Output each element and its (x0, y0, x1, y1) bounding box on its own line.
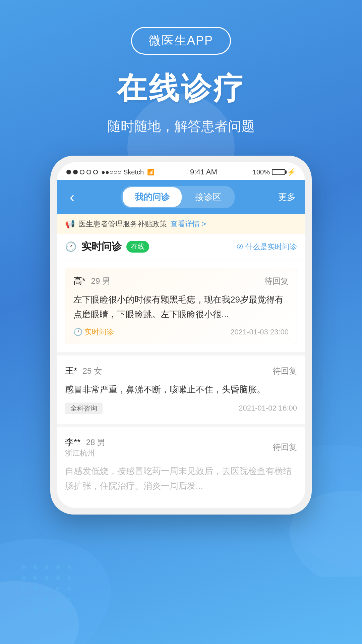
dot-14 (56, 587, 60, 591)
sub-title: 随时随地，解答患者问题 (0, 117, 362, 136)
dot-8 (45, 576, 49, 580)
nav-bar: ‹ 我的问诊 接诊区 更多 (57, 180, 305, 214)
patient-row-3: 李** 28 男 浙江杭州 待回复 (65, 436, 297, 458)
tag-realtime-text: 实时问诊 (84, 327, 114, 337)
notice-banner: 📢 医生患者管理服务补贴政策 查看详情 > (57, 214, 305, 234)
patient-age-3: 28 男 (86, 438, 105, 447)
consult-card-1[interactable]: 高* 29 男 待回复 左下眼睑很小的时候有颗黑毛痣，现在我29岁最觉得有点磨眼… (57, 260, 305, 352)
card-highlight-1: 高* 29 男 待回复 左下眼睑很小的时候有颗黑毛痣，现在我29岁最觉得有点磨眼… (65, 268, 297, 344)
consult-card-2[interactable]: 王* 25 女 待回复 感冒非常严重，鼻涕不断，咳嗽止不住，头昏脑胀。 全科咨询… (57, 352, 305, 423)
dot-25 (67, 608, 71, 612)
signal-dot-4 (86, 170, 91, 174)
notice-text: 医生患者管理服务补贴政策 (78, 219, 167, 229)
signal-dot-2 (73, 170, 78, 174)
dot-5 (67, 565, 71, 569)
dot-11 (22, 587, 26, 591)
status-badge-1: 待回复 (264, 276, 289, 286)
dot-22 (33, 608, 37, 612)
signal-dot-1 (66, 170, 71, 174)
back-button[interactable]: ‹ (66, 189, 78, 205)
nav-tabs: 我的问诊 接诊区 (121, 186, 235, 208)
dot-23 (45, 608, 49, 612)
status-bar: ●●○○○ Sketch 📶 9:41 AM 100% ⚡ (57, 162, 305, 180)
help-icon: ② (237, 243, 243, 251)
patient-age-2: 25 女 (83, 366, 102, 375)
card-time-1: 2021-01-03 23:00 (230, 328, 289, 336)
tag-realtime-1: 🕐 实时问诊 (73, 327, 114, 337)
section-header: 🕐 实时问诊 在线 ② 什么是实时问诊 (57, 234, 305, 260)
dot-6 (22, 576, 26, 580)
status-badge-2: 待回复 (273, 366, 297, 376)
tab-my-consult[interactable]: 我的问诊 (123, 187, 182, 207)
dot-13 (45, 587, 49, 591)
patient-row-2: 王* 25 女 待回复 (65, 365, 297, 377)
dot-7 (33, 576, 37, 580)
dot-9 (56, 576, 60, 580)
patient-name-location: 李** 28 男 (65, 436, 105, 448)
section-help[interactable]: ② 什么是实时问诊 (237, 242, 297, 252)
dot-16 (22, 597, 26, 601)
realtime-clock-icon: 🕐 (65, 241, 77, 252)
dot-17 (33, 597, 37, 601)
more-button[interactable]: 更多 (278, 191, 296, 203)
card-content-2: 感冒非常严重，鼻涕不断，咳嗽止不住，头昏脑胀。 (65, 382, 297, 397)
patient-name-2: 王* (65, 366, 77, 376)
app-badge: 微医生APP (131, 27, 231, 55)
dot-15 (67, 587, 71, 591)
online-badge: 在线 (126, 241, 149, 253)
status-badge-3: 待回复 (273, 442, 297, 452)
dot-18 (45, 597, 49, 601)
section-title: 实时问诊 (81, 240, 122, 254)
dot-24 (56, 608, 60, 612)
dot-20 (67, 597, 71, 601)
patient-name-3: 李** (65, 437, 80, 447)
section-title-left: 🕐 实时问诊 在线 (65, 240, 149, 254)
help-text: 什么是实时问诊 (245, 242, 297, 252)
tag-clock-icon: 🕐 (73, 328, 82, 336)
dot-19 (56, 597, 60, 601)
battery-bar (272, 169, 285, 175)
signal-dot-5 (93, 170, 98, 174)
dot-1 (22, 565, 26, 569)
card-content-3: 自感发低烧，按感冒吃药一周未见效后，去医院检查有横结肠扩张，住院治疗。消炎一周后… (65, 464, 297, 493)
patient-age-1: 29 男 (91, 276, 110, 285)
clock-display: 9:41 AM (190, 168, 217, 176)
tag-general-2: 全科咨询 (65, 402, 103, 414)
notice-link[interactable]: 查看详情 > (170, 219, 206, 229)
dot-12 (33, 587, 37, 591)
lightning-icon: ⚡ (287, 168, 296, 176)
status-right: 100% ⚡ (253, 168, 296, 176)
notice-icon: 📢 (65, 219, 75, 229)
dot-2 (33, 565, 37, 569)
dot-10 (67, 576, 71, 580)
consult-card-3[interactable]: 李** 28 男 浙江杭州 待回复 自感发低烧，按感冒吃药一周未见效后，去医院检… (57, 424, 305, 508)
dots-grid (20, 564, 74, 614)
phone-inner: ●●○○○ Sketch 📶 9:41 AM 100% ⚡ ‹ 我的问诊 接诊区… (57, 162, 305, 508)
phone-mockup: ●●○○○ Sketch 📶 9:41 AM 100% ⚡ ‹ 我的问诊 接诊区… (50, 156, 312, 515)
tab-reception[interactable]: 接诊区 (183, 187, 233, 207)
signal-dot-3 (80, 170, 84, 174)
dot-3 (45, 565, 49, 569)
dot-4 (56, 565, 60, 569)
patient-info-3: 李** 28 男 浙江杭州 (65, 436, 105, 458)
carrier-name: ●●○○○ Sketch (101, 168, 144, 176)
card-time-2: 2021-01-02 16:00 (239, 404, 297, 413)
main-title: 在线诊疗 (0, 68, 362, 109)
card-content-1: 左下眼睑很小的时候有颗黑毛痣，现在我29岁最觉得有点磨眼睛，下眼睑跳。左下眼睑很… (73, 292, 289, 322)
patient-row-1: 高* 29 男 待回复 (73, 275, 289, 287)
patient-location-3: 浙江杭州 (65, 448, 105, 458)
wifi-icon: 📶 (147, 168, 155, 176)
card-footer-2: 全科咨询 2021-01-02 16:00 (65, 402, 297, 414)
patient-info-2: 王* 25 女 (65, 365, 102, 377)
dot-21 (22, 608, 26, 612)
status-left: ●●○○○ Sketch 📶 (66, 168, 155, 176)
top-section: 微医生APP 在线诊疗 随时随地，解答患者问题 (0, 0, 362, 136)
card-footer-1: 🕐 实时问诊 2021-01-03 23:00 (73, 327, 289, 337)
patient-name-1: 高* (73, 276, 85, 286)
patient-info-1: 高* 29 男 (73, 275, 110, 287)
battery-percent: 100% (253, 168, 270, 176)
